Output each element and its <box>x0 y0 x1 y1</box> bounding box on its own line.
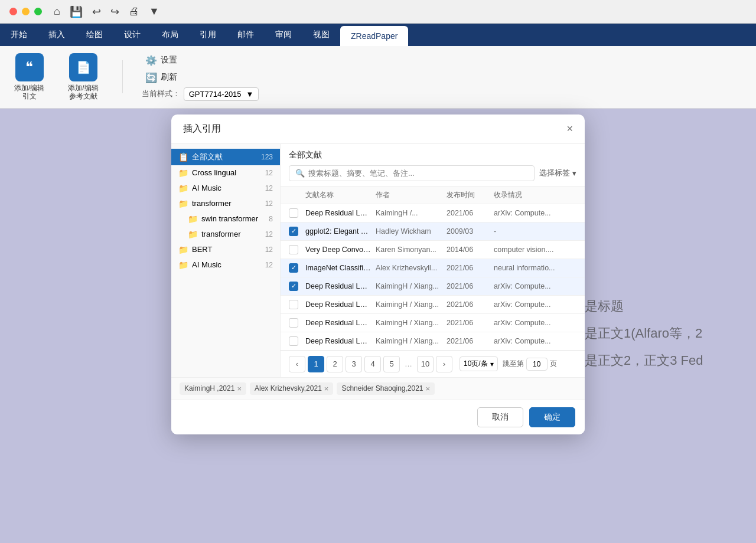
folder-item-cross-lingual[interactable]: 📁 Cross lingual 12 <box>171 165 280 181</box>
search-input[interactable] <box>308 169 528 178</box>
tag-chip-3-remove[interactable]: × <box>426 384 431 393</box>
row-5-checkbox[interactable]: ✓ <box>289 282 298 291</box>
dialog-footer: 取消 确定 <box>171 400 585 434</box>
page-2-button[interactable]: 2 <box>327 356 343 372</box>
jump-label: 跳至第 <box>503 359 524 369</box>
save-icon[interactable]: 💾 <box>70 5 83 18</box>
row-3-status: computer vision.... <box>494 246 576 254</box>
header-status: 收录情况 <box>494 190 576 200</box>
row-2-author: Hadley Wickham <box>376 227 447 235</box>
refresh-action[interactable]: 🔄 刷新 <box>142 70 259 85</box>
folder-item-ai-music-1[interactable]: 📁 AI Music 12 <box>171 181 280 196</box>
folder-transformer-count: 12 <box>265 199 273 208</box>
menu-item-ref[interactable]: 引用 <box>189 24 227 46</box>
settings-action[interactable]: ⚙️ 设置 <box>142 53 259 68</box>
page-4-button[interactable]: 4 <box>364 356 381 372</box>
add-edit-citation-button[interactable]: ❝ 添加/编辑引文 <box>9 51 49 103</box>
folder-item-bert[interactable]: 📁 BERT 12 <box>171 242 280 257</box>
dialog-close-button[interactable]: × <box>566 123 573 134</box>
menu-item-insert[interactable]: 插入 <box>38 24 76 46</box>
style-dropdown[interactable]: GPT7714-2015 ▼ <box>184 87 259 101</box>
dialog-header: 插入引用 × <box>171 115 585 144</box>
per-page-selector[interactable]: 10页/条 ▾ <box>460 356 498 371</box>
maximize-traffic-light[interactable] <box>34 8 42 15</box>
menu-item-view[interactable]: 视图 <box>302 24 340 46</box>
folder-ai-music-2-icon: 📁 <box>178 260 188 270</box>
folder-item-swin-transformer[interactable]: 📁 swin transformer 8 <box>171 211 280 227</box>
row-1-date: 2021/06 <box>447 209 494 217</box>
tag-chip-1-label: KaimingH ,2021 <box>184 384 234 392</box>
folder-bert-label: BERT <box>192 245 262 254</box>
row-3-date: 2014/06 <box>447 246 494 254</box>
menu-item-design[interactable]: 设计 <box>113 24 151 46</box>
reference-table: 文献名称 作者 发布时间 收录情况 Deep Residual Learning… <box>281 187 585 351</box>
row-2-checkbox[interactable]: ✓ <box>289 227 298 236</box>
page-5-button[interactable]: 5 <box>383 356 400 372</box>
next-page-button[interactable]: › <box>436 356 452 372</box>
close-traffic-light[interactable] <box>9 8 17 15</box>
menu-item-mail[interactable]: 邮件 <box>227 24 265 46</box>
page-10-button[interactable]: 10 <box>417 356 434 372</box>
menu-item-layout[interactable]: 布局 <box>151 24 189 46</box>
row-4-date: 2021/06 <box>447 264 494 272</box>
folder-item-transformer[interactable]: 📁 transformer 12 <box>171 196 280 211</box>
cancel-button[interactable]: 取消 <box>477 407 523 427</box>
row-3-title: Very Deep Convolutional.... <box>305 246 376 254</box>
add-edit-reference-button[interactable]: 📄 添加/编辑参考文献 <box>63 51 103 103</box>
redo-icon[interactable]: ↪ <box>110 5 119 18</box>
undo-icon[interactable]: ↩ <box>92 5 101 18</box>
more-icon[interactable]: ▼ <box>149 5 159 18</box>
folder-item-transformer-sub[interactable]: 📁 transformer 12 <box>171 227 280 242</box>
menu-item-review[interactable]: 审阅 <box>265 24 302 46</box>
per-page-chevron-icon: ▾ <box>490 360 494 368</box>
tag-chip-1-remove[interactable]: × <box>237 384 242 393</box>
folder-ai-music-1-count: 12 <box>265 184 273 192</box>
row-3-checkbox[interactable] <box>289 245 298 254</box>
add-reference-label: 添加/编辑参考文献 <box>68 84 98 101</box>
menu-item-start[interactable]: 开始 <box>0 24 38 46</box>
tag-chip-3: Schneider Shaoqing,2021 × <box>337 382 435 395</box>
table-row: Deep Residual Learning for... KaimingH /… <box>281 204 585 223</box>
tag-chip-2-remove[interactable]: × <box>324 384 329 393</box>
folder-transformer-icon: 📁 <box>178 199 188 208</box>
row-5-status: arXiv: Compute... <box>494 282 576 290</box>
minimize-traffic-light[interactable] <box>22 8 30 15</box>
row-1-checkbox[interactable] <box>289 208 298 218</box>
selected-tags-bar: KaimingH ,2021 × Alex Krizhevsky,2021 × … <box>171 377 585 400</box>
folder-ai-music-2-label: AI Music <box>192 260 262 269</box>
search-box[interactable]: 🔍 <box>289 165 535 181</box>
table-row: Deep Residual Learning for... KaimingH /… <box>281 296 585 314</box>
tag-selector[interactable]: 选择标签 ▾ <box>539 168 576 178</box>
confirm-button[interactable]: 确定 <box>529 407 575 427</box>
row-3-author: Karen Simonyan... <box>376 246 447 254</box>
print-icon[interactable]: 🖨 <box>129 5 139 18</box>
dialog-overlay: 插入引用 × 📋 全部文献 123 📁 Cross lingual 12 <box>0 109 756 543</box>
jump-input[interactable] <box>526 358 548 371</box>
page-1-button[interactable]: 1 <box>308 356 324 372</box>
home-icon[interactable]: ⌂ <box>54 5 60 18</box>
menu-item-zreadpaper[interactable]: ZReadPaper <box>340 26 408 46</box>
chevron-down-icon: ▼ <box>246 90 254 99</box>
reference-icon: 📄 <box>69 53 97 81</box>
folder-sidebar: 📋 全部文献 123 📁 Cross lingual 12 📁 AI Music… <box>171 144 281 377</box>
style-selector: 当前样式： GPT7714-2015 ▼ <box>142 87 259 101</box>
page-3-button[interactable]: 3 <box>346 356 362 372</box>
divider <box>122 60 123 93</box>
prev-page-button[interactable]: ‹ <box>289 356 305 372</box>
row-4-checkbox[interactable]: ✓ <box>289 263 298 273</box>
row-2-date: 2009/03 <box>447 227 494 235</box>
table-header: 文献名称 作者 发布时间 收录情况 <box>281 187 585 204</box>
row-6-checkbox[interactable] <box>289 300 298 309</box>
folder-cross-label: Cross lingual <box>192 168 262 177</box>
row-5-title: Deep Residual Learning for... <box>305 282 376 290</box>
menu-item-draw[interactable]: 绘图 <box>76 24 113 46</box>
row-7-checkbox[interactable] <box>289 318 298 328</box>
folder-swin-icon: 📁 <box>188 214 198 224</box>
ribbon-actions: ⚙️ 设置 🔄 刷新 当前样式： GPT7714-2015 ▼ <box>142 53 259 101</box>
folder-item-ai-music-2[interactable]: 📁 AI Music 12 <box>171 257 280 273</box>
row-2-title: ggplot2: Elegant Graphics f... <box>305 227 376 235</box>
row-8-checkbox[interactable] <box>289 336 298 346</box>
row-4-status: neural informatio... <box>494 264 576 272</box>
tag-chip-2: Alex Krizhevsky,2021 × <box>250 382 333 395</box>
folder-item-all[interactable]: 📋 全部文献 123 <box>171 149 280 165</box>
